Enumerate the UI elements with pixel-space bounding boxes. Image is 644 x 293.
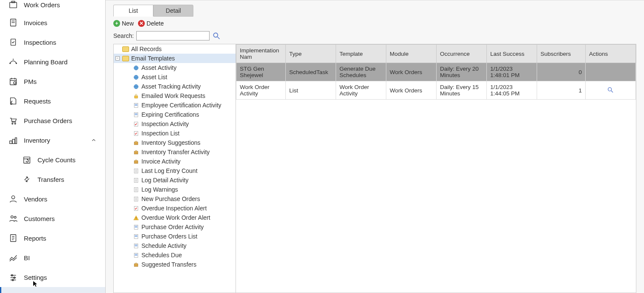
tree-item-last-log-entry-count[interactable]: Last Log Entry Count bbox=[114, 166, 236, 175]
col-header[interactable]: Template bbox=[336, 45, 386, 63]
pms-icon bbox=[9, 77, 18, 86]
cycle-icon bbox=[22, 155, 32, 164]
sidebar-item-transfers[interactable]: Transfers bbox=[0, 169, 105, 189]
tree-email-templates[interactable]: − Email Templates bbox=[114, 54, 236, 63]
magnifier-icon bbox=[212, 32, 221, 40]
records-table: Implementation NamTypeTemplateModuleOccu… bbox=[236, 44, 636, 100]
transfers-icon bbox=[22, 175, 32, 184]
svg-line-86 bbox=[611, 91, 613, 92]
tree-item-invoice-activity[interactable]: Invoice Activity bbox=[114, 157, 236, 166]
sidebar-item-settings[interactable]: Settings bbox=[0, 267, 105, 287]
inventory-icon bbox=[9, 135, 18, 145]
col-header[interactable]: Module bbox=[386, 45, 436, 63]
col-header[interactable]: Last Success bbox=[486, 45, 537, 63]
sidebar-item-work-orders[interactable]: Work Orders bbox=[0, 0, 105, 13]
svg-rect-51 bbox=[134, 151, 138, 154]
tree-item-inventory-transfer-activity[interactable]: Inventory Transfer Activity bbox=[114, 147, 236, 157]
sidebar-item-label: Planning Board bbox=[24, 58, 68, 66]
svg-rect-79 bbox=[135, 244, 137, 245]
sidebar-item-purchase-orders[interactable]: Purchase Orders bbox=[0, 111, 105, 130]
globe-icon bbox=[132, 64, 139, 71]
tree-item-inspection-activity[interactable]: Inspection Activity bbox=[114, 119, 236, 129]
row-view-button[interactable] bbox=[589, 86, 632, 93]
col-header[interactable]: Occurrence bbox=[436, 45, 486, 63]
tab-list[interactable]: List bbox=[113, 5, 153, 17]
table-cell: 1/1/2023 1:48:01 PM bbox=[486, 63, 537, 81]
sidebar-item-bi[interactable]: BI bbox=[0, 248, 105, 267]
tree-item-label: Invoice Activity bbox=[141, 158, 181, 165]
tree-item-expiring-certifications[interactable]: Expiring Certifications bbox=[114, 110, 236, 119]
svg-rect-41 bbox=[134, 95, 138, 98]
search-input[interactable] bbox=[136, 31, 210, 40]
svg-rect-77 bbox=[135, 236, 137, 236]
table-cell: List bbox=[285, 81, 336, 100]
tree-item-overdue-inspection-alert[interactable]: Overdue Inspection Alert bbox=[114, 204, 236, 213]
sidebar-item-invoices[interactable]: Invoices bbox=[0, 13, 105, 32]
sidebar-item-notify[interactable]: Notify bbox=[0, 287, 105, 293]
table-row[interactable]: Work Order ActivityListWork Order Activi… bbox=[236, 81, 636, 100]
box-icon bbox=[132, 261, 139, 268]
table-cell: Work Orders bbox=[386, 81, 436, 100]
tree-item-label: New Purchase Orders bbox=[141, 195, 200, 202]
chevron-up-icon bbox=[91, 137, 97, 143]
svg-point-24 bbox=[14, 216, 16, 218]
table-cell: 1 bbox=[537, 81, 585, 100]
tree-item-emailed-work-requests[interactable]: Emailed Work Requests bbox=[114, 91, 236, 101]
table-row[interactable]: STG Gen ShejewelScheduledTaskGenerate Du… bbox=[236, 63, 636, 81]
col-header[interactable]: Subscribers bbox=[537, 45, 585, 63]
cert-icon bbox=[132, 224, 139, 230]
tree-item-asset-activity[interactable]: Asset Activity bbox=[114, 63, 236, 72]
tree-item-label: Overdue Inspection Alert bbox=[141, 205, 207, 212]
log-icon bbox=[132, 195, 139, 202]
sidebar-item-pms[interactable]: PMs bbox=[0, 72, 105, 91]
tree-item-log-detail-activity[interactable]: Log Detail Activity bbox=[114, 175, 236, 185]
table-cell: ScheduledTask bbox=[285, 63, 336, 81]
tree-item-employee-certification-activity[interactable]: Employee Certification Activity bbox=[114, 101, 236, 110]
tree-item-label: Purchase Orders List bbox=[141, 233, 198, 240]
sidebar-item-customers[interactable]: Customers bbox=[0, 209, 105, 228]
sidebar-item-inspections[interactable]: Inspections bbox=[0, 32, 105, 52]
sidebar-item-requests[interactable]: Requests bbox=[0, 91, 105, 111]
log-icon bbox=[132, 167, 139, 174]
tree-item-label: Schedule Activity bbox=[141, 242, 187, 249]
tree-item-asset-list[interactable]: Asset List bbox=[114, 72, 236, 82]
tree-item-label: Log Warnings bbox=[141, 186, 178, 193]
sidebar-item-reports[interactable]: Reports bbox=[0, 228, 105, 248]
col-header[interactable]: Implementation Nam bbox=[236, 45, 286, 63]
tree-item-log-warnings[interactable]: Log Warnings bbox=[114, 185, 236, 194]
table-cell: Generate Due Schedules bbox=[336, 63, 386, 81]
tree-item-inventory-suggestions[interactable]: Inventory Suggestions bbox=[114, 138, 236, 147]
box-icon bbox=[132, 158, 139, 165]
tab-detail[interactable]: Detail bbox=[153, 5, 193, 17]
sidebar-item-label: Work Orders bbox=[24, 1, 60, 9]
sidebar-item-inventory[interactable]: Inventory bbox=[0, 130, 105, 150]
delete-label: Delete bbox=[147, 20, 164, 27]
delete-button[interactable]: ✕ Delete bbox=[138, 20, 164, 27]
tree-item-purchase-orders-list[interactable]: Purchase Orders List bbox=[114, 232, 236, 241]
search-button[interactable] bbox=[212, 32, 221, 40]
tree-item-new-purchase-orders[interactable]: New Purchase Orders bbox=[114, 194, 236, 204]
x-icon: ✕ bbox=[138, 20, 145, 27]
sidebar-item-label: Cycle Counts bbox=[37, 156, 75, 164]
tree-item-purchase-order-activity[interactable]: Purchase Order Activity bbox=[114, 222, 236, 232]
tree-item-label: Inspection Activity bbox=[141, 121, 189, 127]
sidebar-item-label: Vendors bbox=[24, 195, 47, 203]
tree-item-suggested-transfers[interactable]: Suggested Transfers bbox=[114, 260, 236, 269]
col-header[interactable]: Actions bbox=[585, 45, 635, 63]
tree-item-schedule-activity[interactable]: Schedule Activity bbox=[114, 241, 236, 250]
new-button[interactable]: + New bbox=[113, 20, 134, 27]
tree-item-overdue-work-order-alert[interactable]: Overdue Work Order Alert bbox=[114, 213, 236, 222]
inspections-icon bbox=[9, 37, 18, 47]
col-header[interactable]: Type bbox=[285, 45, 336, 63]
tree-item-schedules-due[interactable]: Schedules Due bbox=[114, 250, 236, 260]
tree-item-inspection-list[interactable]: Inspection List bbox=[114, 129, 236, 138]
sidebar-item-cycle-counts[interactable]: Cycle Counts bbox=[0, 150, 105, 169]
tree-all-records[interactable]: All Records bbox=[114, 44, 236, 54]
svg-rect-46 bbox=[135, 113, 137, 114]
collapse-icon[interactable]: − bbox=[115, 56, 120, 60]
sidebar-item-vendors[interactable]: Vendors bbox=[0, 189, 105, 209]
sidebar-item-planning-board[interactable]: Planning Board bbox=[0, 52, 105, 72]
tree-item-asset-tracking-activity[interactable]: Asset Tracking Activity bbox=[114, 82, 236, 91]
warn-icon bbox=[132, 214, 139, 221]
reports-icon bbox=[9, 233, 18, 243]
